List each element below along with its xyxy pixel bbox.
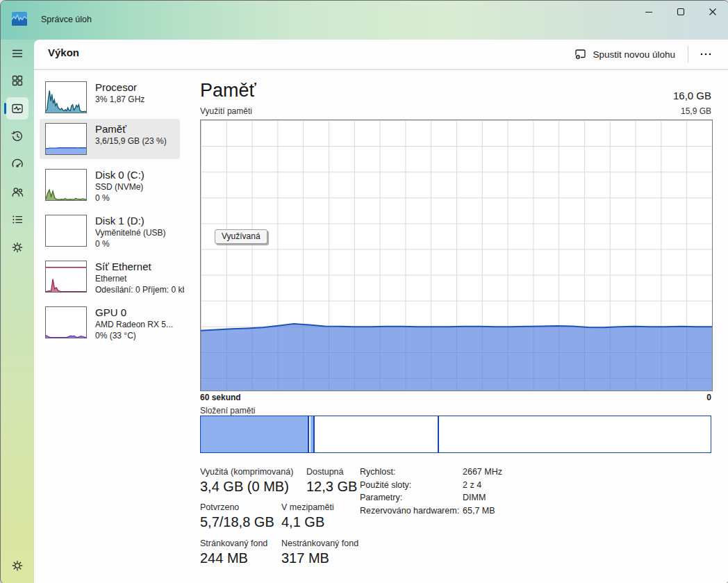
maximize-icon	[678, 9, 684, 15]
perf-item-disk0[interactable]: Disk 0 (C:) SSD (NVMe) 0 %	[40, 165, 180, 209]
chart-tooltip: Využívaná	[215, 229, 267, 244]
users-icon	[10, 185, 24, 199]
stat-value: 317 MB	[281, 550, 329, 566]
perf-item-title: Paměť	[95, 122, 185, 136]
perf-item-disk1[interactable]: Disk 1 (D:) Vyměnitelné (USB) 0 %	[40, 211, 180, 255]
sidebar-item-performance[interactable]	[6, 97, 28, 120]
stat-value: 244 MB	[200, 550, 248, 566]
composition-segment-standby	[315, 416, 439, 452]
stat-label: Využitá (komprimovaná)	[200, 467, 293, 477]
detail-value: DIMM	[463, 493, 502, 502]
x-axis-left-label: 60 sekund	[200, 393, 241, 402]
x-axis-right-label: 0	[706, 393, 711, 402]
task-manager-window: Správce úloh	[0, 0, 728, 583]
gpu-mini-chart	[45, 306, 87, 338]
sidebar-item-services[interactable]	[6, 236, 28, 258]
selected-indicator	[4, 103, 6, 114]
perf-item-sub2: Odesílání: 0 Příjem: 0 kb	[95, 285, 184, 296]
stat-label: Potvrzeno	[200, 502, 239, 512]
stat-label: V mezipaměti	[281, 502, 334, 512]
sidebar-item-settings[interactable]	[6, 555, 28, 577]
detail-value: 2 z 4	[463, 480, 502, 490]
new-task-icon	[574, 49, 586, 60]
close-button[interactable]	[697, 1, 728, 24]
ethernet-mini-chart	[45, 261, 87, 293]
perf-item-title: GPU 0	[95, 306, 185, 320]
sidebar-item-app-history[interactable]	[6, 125, 28, 147]
run-new-task-label: Spustit novou úlohu	[593, 49, 675, 60]
sidebar-item-startup-apps[interactable]	[6, 153, 28, 175]
memory-usage-chart: Využívaná	[200, 120, 713, 391]
stat-value: 4,1 GB	[281, 514, 324, 530]
maximize-button[interactable]	[665, 1, 697, 24]
app-history-icon	[10, 129, 24, 143]
performance-icon	[10, 101, 24, 115]
toolbar-separator	[34, 69, 728, 70]
toolbar-divider	[688, 46, 688, 63]
detail-label: Rezervováno hardwarem:	[360, 506, 463, 516]
perf-item-sub2: 0 %	[95, 239, 184, 250]
stat-label: Stránkovaný fond	[200, 539, 267, 548]
details-icon	[10, 213, 24, 227]
sidebar-item-menu[interactable]	[6, 42, 28, 65]
perf-item-title: Procesor	[95, 81, 185, 95]
sidebar-item-processes[interactable]	[6, 69, 28, 92]
usage-chart-label: Využití paměti	[200, 106, 252, 116]
perf-item-ethernet[interactable]: Síť Ethernet Ethernet Odesílání: 0 Příje…	[40, 256, 180, 301]
composition-segment-in-use	[201, 416, 309, 452]
processes-icon	[10, 74, 24, 88]
disk0-mini-chart	[45, 169, 87, 201]
detail-value: 65,7 MB	[463, 506, 502, 516]
perf-item-sub: AMD Radeon RX 5...	[95, 320, 184, 331]
more-options-icon	[698, 47, 713, 61]
perf-item-sub: 3,6/15,9 GB (23 %)	[95, 136, 184, 147]
detail-value: 2667 MHz	[463, 467, 502, 477]
settings-gear-icon	[10, 559, 24, 573]
startup-apps-icon	[10, 157, 24, 171]
perf-item-sub: SSD (NVMe)	[95, 182, 184, 193]
disk1-mini-chart	[45, 215, 87, 247]
close-icon	[710, 9, 716, 15]
hamburger-menu-icon	[10, 47, 24, 60]
titlebar[interactable]: Správce úloh	[1, 1, 728, 40]
sidebar-item-users[interactable]	[6, 181, 28, 203]
stat-label: Nestránkovaný fond	[281, 539, 358, 548]
sidebar-item-details[interactable]	[6, 208, 28, 231]
detail-label: Parametry:	[360, 493, 463, 502]
perf-item-title: Disk 0 (C:)	[95, 168, 185, 182]
perf-item-sub2: 0 %	[95, 193, 184, 204]
hardware-details: Rychlost: 2667 MHz Použité sloty: 2 z 4 …	[360, 467, 502, 516]
memory-composition-bar	[200, 416, 711, 453]
perf-item-title: Disk 1 (D:)	[95, 214, 185, 228]
toolbar-actions: Spustit novou úlohu	[566, 43, 719, 65]
perf-item-sub: 3% 1,87 GHz	[95, 95, 184, 106]
detail-label: Použité sloty:	[360, 480, 463, 490]
perf-item-cpu[interactable]: Procesor 3% 1,87 GHz	[40, 77, 180, 117]
stat-value: 12,3 GB	[306, 479, 357, 495]
memory-capacity: 16,0 GB	[673, 90, 711, 101]
page-title: Výkon	[48, 47, 79, 58]
more-options-button[interactable]	[693, 44, 719, 65]
memory-mini-chart	[45, 123, 87, 155]
composition-segment-free	[439, 416, 711, 452]
cpu-mini-chart	[45, 81, 87, 113]
run-new-task-button[interactable]: Spustit novou úlohu	[566, 44, 684, 64]
perf-item-sub: Ethernet	[95, 274, 184, 285]
perf-item-memory[interactable]: Paměť 3,6/15,9 GB (23 %)	[40, 119, 180, 159]
app-icon	[12, 12, 27, 26]
perf-item-title: Síť Ethernet	[95, 260, 185, 274]
usage-chart-max: 15,9 GB	[681, 106, 711, 116]
memory-title: Paměť	[200, 80, 256, 101]
composition-segment-modified	[309, 416, 314, 452]
app-title: Správce úloh	[41, 15, 92, 24]
minimize-button[interactable]	[633, 1, 665, 24]
stat-value: 3,4 GB (0 MB)	[200, 479, 289, 495]
perf-item-gpu0[interactable]: GPU 0 AMD Radeon RX 5... 0% (33 °C)	[40, 302, 180, 347]
perf-item-sub: Vyměnitelné (USB)	[95, 228, 184, 239]
stat-value: 5,7/18,8 GB	[200, 514, 274, 530]
window-controls	[633, 1, 728, 24]
services-icon	[10, 240, 24, 254]
stat-label: Dostupná	[306, 467, 344, 477]
composition-label: Složení paměti	[200, 406, 255, 416]
detail-label: Rychlost:	[360, 467, 463, 477]
